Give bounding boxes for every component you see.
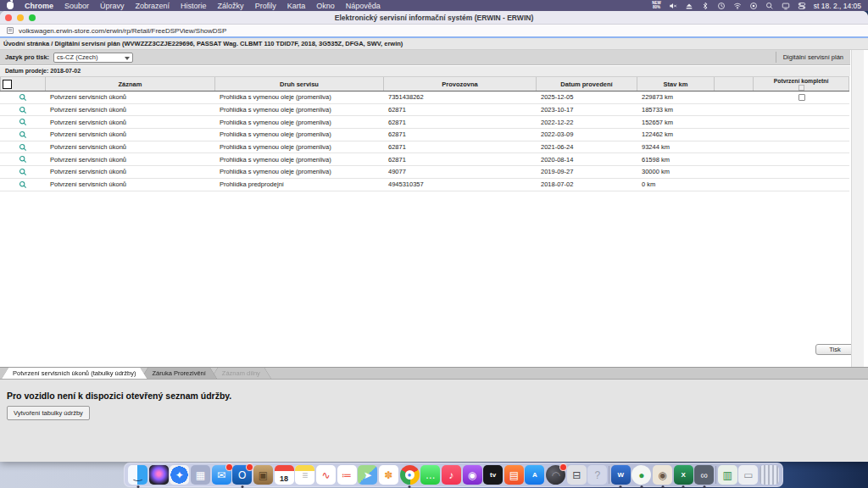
dock-dark-sphere-app-icon[interactable]: ◠	[546, 465, 565, 485]
dock-icon-glyph: ?	[595, 470, 601, 480]
menubar-item-okno[interactable]: Okno	[316, 2, 335, 10]
dock-finder-icon[interactable]: ‿	[128, 465, 147, 485]
dock-photo-booth-icon[interactable]: ▣	[253, 465, 273, 485]
control-center-icon[interactable]	[798, 2, 806, 10]
dock-books-icon[interactable]: ▤	[504, 465, 524, 485]
bluetooth-icon[interactable]	[701, 2, 709, 10]
screen-record-icon[interactable]	[749, 2, 758, 10]
tab-2[interactable]: Záruka Prorezivění	[141, 368, 216, 379]
dock-tool-app-icon[interactable]: ▥	[718, 465, 737, 485]
menu-bar-right: NEW 80% st 18. 2., 14:05	[652, 2, 861, 10]
dock-icon-glyph: ‿	[134, 470, 142, 480]
detail-cell	[0, 118, 46, 126]
dock-icon-glyph: ▭	[743, 470, 753, 480]
column-header-provozovna: Provozovna	[384, 77, 537, 91]
record-cell: Potvrzení servisních úkonů	[46, 180, 215, 188]
dock-icon-glyph: X	[682, 472, 686, 479]
dock-printer-utility-icon[interactable]: ⊟	[567, 465, 587, 485]
screen: ChromeSouborÚpravyZobrazeníHistorieZálož…	[0, 0, 868, 488]
dock-word-icon[interactable]: W	[611, 465, 631, 485]
magnifier-icon[interactable]	[19, 143, 27, 152]
url-bar[interactable]: volkswagen.erwin-store.com/erwin/rp/Reta…	[0, 25, 868, 38]
menubar-item-chrome[interactable]: Chrome	[25, 2, 53, 10]
scrollbar[interactable]	[851, 50, 864, 367]
mileage-cell: 122462 km	[637, 130, 715, 138]
service-type-cell: Prohlídka s vymenou oleje (promenliva)	[215, 93, 384, 101]
tab-1[interactable]: Potvrzení servisních úkonů (tabulky údrž…	[2, 368, 147, 379]
eject-icon[interactable]	[685, 2, 693, 10]
dock-launchpad-icon[interactable]: ▦	[191, 465, 210, 485]
url-text[interactable]: volkswagen.erwin-store.com/erwin/rp/Reta…	[19, 27, 226, 35]
dock-photos-icon[interactable]: ✽	[379, 465, 398, 485]
language-label: Jazyk pro tisk:	[5, 53, 49, 61]
magnifier-icon[interactable]	[19, 106, 27, 114]
menubar-item-soubor[interactable]: Soubor	[64, 2, 89, 10]
service-type-cell: Prohlídka s vymenou oleje (promenliva)	[215, 130, 384, 138]
dock-trash-icon[interactable]	[760, 465, 779, 485]
dock-notes-icon[interactable]: ≡	[295, 465, 314, 485]
dock-music-icon[interactable]: ♪	[442, 465, 461, 485]
dock-icon-glyph: ◉	[468, 470, 476, 480]
dock-icon-glyph: A	[532, 472, 537, 479]
menu-items: ChromeSouborÚpravyZobrazeníHistorieZálož…	[25, 2, 381, 10]
date-cell: 2021-06-24	[537, 143, 637, 151]
dock-siri-icon[interactable]	[149, 465, 169, 485]
volume-muted-icon[interactable]	[669, 2, 677, 10]
wifi-icon[interactable]	[733, 2, 742, 10]
dock-stocks-chart-icon[interactable]: ∿	[316, 465, 336, 485]
dock-safari-icon[interactable]: ✦	[170, 465, 189, 485]
dock-tray-app-icon[interactable]: ▭	[738, 465, 758, 485]
dock-maps-icon[interactable]: ➤	[358, 465, 377, 485]
spotlight-icon[interactable]	[765, 2, 774, 10]
dock-podcasts-icon[interactable]: ◉	[463, 465, 482, 485]
language-select[interactable]: cs-CZ (Czech)	[53, 53, 133, 63]
tab-wrap: Záznam dílny	[211, 368, 271, 379]
menubar-item-zobrazení[interactable]: Zobrazení	[136, 2, 170, 10]
dock-remote-utility-app-icon[interactable]: ∞	[694, 465, 714, 485]
magnifier-icon[interactable]	[19, 180, 27, 189]
dock-mail-icon[interactable]: ✉	[212, 465, 231, 485]
menubar-item-úpravy[interactable]: Úpravy	[100, 2, 125, 10]
clock-icon[interactable]	[717, 2, 726, 10]
column-header-potvrzení-kompletní: Potvrzení kompletní	[754, 77, 849, 91]
menubar-item-karta[interactable]: Karta	[287, 2, 306, 10]
dock-outlook-icon[interactable]: O	[232, 465, 252, 485]
menubar-item-záložky[interactable]: Záložky	[218, 2, 244, 10]
menubar-item-nápověda[interactable]: Nápověda	[346, 2, 381, 10]
dock-messages-icon[interactable]: …	[420, 465, 440, 485]
dock-calendar-icon[interactable]: 18	[275, 465, 294, 485]
vpn-badge[interactable]: NEW 80%	[652, 2, 661, 10]
tab-wrap: Potvrzení servisních úkonů (tabulky údrž…	[2, 368, 147, 379]
menubar-item-historie[interactable]: Historie	[181, 2, 207, 10]
confirm-cell	[754, 94, 849, 101]
dock-icon-glyph: ⊟	[572, 470, 581, 480]
dock-chrome-icon[interactable]: ●	[400, 465, 420, 485]
dock-excel-icon[interactable]: X	[674, 465, 693, 485]
magnifier-icon[interactable]	[19, 118, 27, 126]
date-cell: 2020-08-14	[537, 156, 637, 164]
detail-cell	[0, 143, 46, 152]
dock-reminders-icon[interactable]: ≔	[337, 465, 357, 485]
magnifier-icon[interactable]	[19, 168, 27, 176]
dock-app-store-icon[interactable]: A	[525, 465, 544, 485]
magnifier-icon[interactable]	[19, 93, 27, 102]
create-maintenance-table-button[interactable]: Vytvoření tabulky údržby	[7, 406, 90, 420]
workshop-cell: 62871	[384, 156, 537, 164]
window-titlebar[interactable]: Elektronický servisní informační systém …	[0, 11, 868, 25]
magnifier-icon[interactable]	[19, 130, 27, 139]
maintenance-panel: Pro vozidlo není k dispozici otevřený se…	[0, 380, 868, 462]
menubar-item-profily[interactable]: Profily	[255, 2, 276, 10]
magnifier-icon[interactable]	[19, 155, 27, 164]
confirm-complete-checkbox[interactable]	[798, 94, 805, 101]
menubar-clock[interactable]: st 18. 2., 14:05	[814, 2, 861, 10]
dock-gimp-icon[interactable]: ◉	[653, 465, 672, 485]
dock-vehicle-inspection-app-icon[interactable]: ●	[632, 465, 651, 485]
date-cell: 2022-03-09	[537, 130, 637, 138]
dock-apple-tv-icon[interactable]: tv	[483, 465, 503, 485]
apple-menu-icon[interactable]	[7, 2, 14, 9]
display-icon[interactable]	[782, 2, 790, 10]
tab-wrap: Záruka Prorezivění	[141, 368, 216, 379]
record-cell: Potvrzení servisních úkonů	[46, 130, 215, 138]
dock-missing-app-icon[interactable]: ?	[587, 465, 607, 485]
print-button[interactable]: Tisk	[815, 344, 854, 355]
